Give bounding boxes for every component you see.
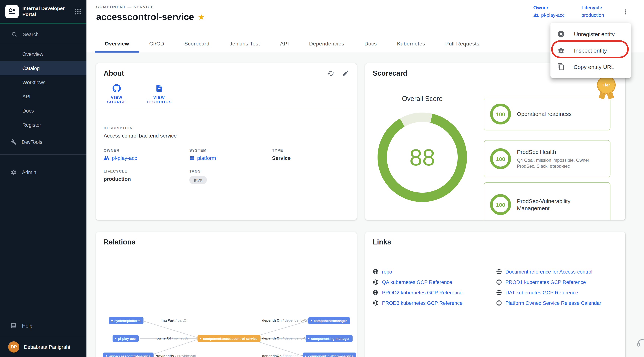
globe-icon (373, 290, 379, 296)
description-label: DESCRIPTION (104, 126, 349, 130)
owner-field-link[interactable]: pl-play-acc (104, 155, 189, 161)
globe-icon (496, 300, 502, 306)
sidebar-item-workflows[interactable]: Workflows (0, 75, 86, 90)
sidebar-item-overview[interactable]: Overview (0, 47, 86, 61)
about-card: About VIEW SOURCE VIEW (96, 63, 357, 220)
type-field-label: TYPE (272, 148, 349, 152)
score-donut: 100 (490, 104, 511, 124)
sidebar-item-api[interactable]: API (0, 90, 86, 104)
relation-node-owner[interactable]: ●pl-play-acc (112, 335, 139, 342)
tab-dependencies[interactable]: Dependencies (299, 35, 354, 52)
tab-api[interactable]: API (270, 35, 299, 52)
cancel-circle-icon (557, 30, 565, 38)
relation-node-api[interactable]: ★api:accesscontrol-service (103, 352, 153, 357)
breadcrumb: COMPONENT — SERVICE (96, 4, 154, 9)
tab-scorecard[interactable]: Scorecard (174, 35, 220, 52)
tab-overview[interactable]: Overview (95, 35, 139, 52)
score-item[interactable]: 100 Operational readiness (484, 98, 610, 130)
links-card-title: Links (373, 238, 391, 246)
view-techdocs-button[interactable]: VIEW TECHDOCS (146, 84, 172, 104)
sidebar-divider (0, 336, 86, 336)
link-item[interactable]: PROD1 kubernetes GCP Reference (496, 277, 623, 287)
sidebar-divider (0, 44, 86, 44)
view-source-button[interactable]: VIEW SOURCE (104, 84, 130, 104)
tag-chip[interactable]: java (189, 176, 207, 184)
relation-node-ng-manager[interactable]: ●component:ng-manager (306, 335, 352, 342)
link-item[interactable]: UAT kubernetes GCP Reference (496, 287, 623, 298)
sidebar-nav: Overview Catalog Workflows API Docs Regi… (0, 47, 86, 132)
links-column-2: Document reference for Access-control PR… (496, 266, 623, 308)
sidebar-item-search[interactable]: Search (0, 28, 86, 40)
link-item[interactable]: PROD2 kubernetes GCP Reference (373, 287, 492, 298)
edit-pencil-icon[interactable] (342, 70, 349, 77)
people-icon (104, 155, 110, 161)
menu-item-unregister-entity[interactable]: Unregister entity (550, 26, 631, 42)
score-item[interactable]: 100 ProdSec Health Q4 Goal, mission impo… (484, 140, 610, 178)
sidebar-item-admin[interactable]: Admin (0, 165, 86, 179)
menu-item-copy-entity-url[interactable]: Copy entity URL (550, 58, 631, 75)
link-item[interactable]: Platform Owned Service Release Calendar (496, 298, 623, 308)
globe-icon (373, 300, 379, 306)
sidebar-item-docs[interactable]: Docs (0, 104, 86, 118)
type-field-value: Service (272, 155, 349, 161)
brand-accent-line (0, 23, 86, 24)
link-item[interactable]: PROD3 kubernetes GCP Reference (373, 298, 492, 308)
score-title: Operational readiness (517, 111, 572, 117)
sidebar-item-register[interactable]: Register (0, 118, 86, 132)
user-name: Debabrata Panigrahi (24, 344, 70, 350)
links-column-1: repo QA kubernetes GCP Reference PROD2 k… (373, 266, 492, 308)
score-subtitle: Q4 Goal, mission impossible. Owner: Prod… (517, 157, 604, 169)
apps-grid-icon[interactable] (74, 8, 81, 15)
relation-node-platform-service[interactable]: ●component:platform-service (302, 352, 356, 357)
edge-label: hasPart/ partOf (152, 318, 197, 322)
sidebar-item-catalog[interactable]: Catalog (0, 61, 86, 75)
system-icon: ■ (111, 319, 113, 322)
owner-link[interactable]: pl-play-acc (533, 12, 564, 18)
entity-context-menu-button[interactable] (620, 7, 630, 17)
component-icon: ● (310, 319, 312, 322)
component-icon: ● (305, 354, 307, 357)
description-value: Access control backend service (104, 133, 349, 139)
entity-tabs: Overview CI/CD Scorecard Jenkins Test AP… (95, 35, 490, 52)
system-field-link[interactable]: platform (189, 155, 272, 161)
bug-icon (557, 46, 565, 54)
headset-support-icon[interactable] (636, 337, 644, 350)
relations-card: Relations ■system:platform ●pl-play-acc … (96, 232, 357, 357)
people-icon: ● (115, 337, 117, 340)
tab-kubernetes[interactable]: Kubernetes (387, 35, 435, 52)
link-item[interactable]: QA kubernetes GCP Reference (373, 277, 492, 287)
relation-node-manager[interactable]: ●component:manager (308, 317, 350, 324)
sidebar-item-help[interactable]: Help (0, 318, 86, 333)
sidebar: Internal Developer Portal Search Overvie… (0, 0, 86, 357)
score-item[interactable]: 100 ProdSec-Vulnerability Management (484, 182, 610, 220)
scorecard-card: Scorecard Tier Overall Score 88 100 Oper… (365, 63, 625, 220)
tier-medal: Tier (597, 76, 616, 94)
score-title: ProdSec-Vulnerability Management (517, 198, 570, 211)
relation-node-center[interactable]: ●component:accesscontrol-service (198, 335, 260, 342)
brand-title: Internal Developer Portal (22, 6, 66, 18)
api-star-icon: ★ (105, 354, 108, 357)
gear-icon (10, 169, 17, 175)
tab-cicd[interactable]: CI/CD (139, 35, 174, 52)
tab-pull-requests[interactable]: Pull Requests (435, 35, 490, 52)
component-icon: ● (308, 337, 310, 340)
lifecycle-field-value: production (104, 176, 189, 182)
relation-node-system[interactable]: ■system:platform (109, 317, 144, 324)
scorecard-card-title: Scorecard (373, 69, 407, 78)
menu-item-inspect-entity[interactable]: Inspect entity (550, 42, 631, 58)
favorite-star-icon[interactable]: ★ (198, 13, 205, 21)
link-item[interactable]: repo (373, 266, 492, 277)
sidebar-item-devtools[interactable]: DevTools (0, 135, 86, 149)
overall-score-label: Overall Score (365, 95, 479, 103)
relations-graph: ■system:platform ●pl-play-acc ★api:acces… (96, 232, 357, 357)
tab-docs[interactable]: Docs (354, 35, 387, 52)
refresh-icon[interactable] (327, 70, 335, 77)
copy-icon (557, 63, 564, 70)
user-profile[interactable]: DP Debabrata Panigrahi (0, 339, 86, 357)
link-item[interactable]: Document reference for Access-control (496, 266, 623, 277)
edge-label: ownerOf/ ownedBy (150, 336, 195, 340)
tab-jenkins-test[interactable]: Jenkins Test (220, 35, 270, 52)
system-field-label: SYSTEM (189, 148, 272, 152)
globe-icon (496, 279, 502, 285)
owner-field-label: OWNER (104, 148, 189, 152)
